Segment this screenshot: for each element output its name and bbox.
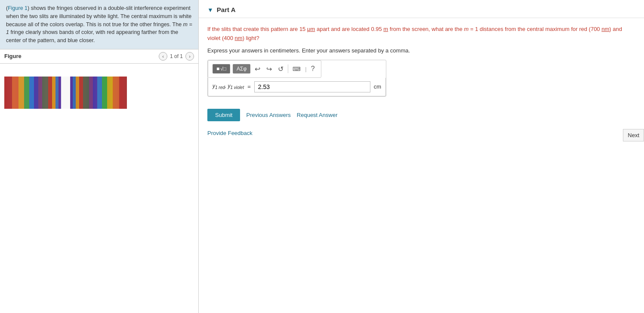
svg-rect-26 <box>102 77 107 109</box>
figure-nav: ‹ 1 of 1 › <box>159 52 194 61</box>
svg-rect-18 <box>70 77 73 109</box>
svg-rect-24 <box>93 77 97 109</box>
svg-rect-20 <box>76 77 79 109</box>
toolbar-sep: | <box>305 66 306 72</box>
svg-rect-21 <box>79 77 83 109</box>
greek-btn[interactable]: ΑΣφ <box>233 64 250 74</box>
previous-answers-link[interactable]: Previous Answers <box>246 112 290 118</box>
svg-rect-29 <box>119 77 127 109</box>
keyboard-btn[interactable]: ⌨ <box>291 65 302 73</box>
sqrt-label: √□ <box>220 66 226 72</box>
part-collapse-toggle[interactable]: ▼ <box>207 6 213 13</box>
svg-rect-7 <box>18 77 24 109</box>
description-box: (Figure 1) shows the fringes observed in… <box>0 0 198 49</box>
svg-rect-11 <box>38 77 42 109</box>
part-title: Part A <box>217 6 236 13</box>
svg-rect-27 <box>107 77 113 109</box>
svg-rect-8 <box>24 77 29 109</box>
request-answer-link[interactable]: Request Answer <box>297 112 338 118</box>
action-row: Submit Previous Answers Request Answer <box>207 109 635 121</box>
figure-prev-btn[interactable]: ‹ <box>159 52 167 61</box>
input-label: y1 red, y1 violet <box>213 83 244 90</box>
figure-page: 1 of 1 <box>170 53 183 59</box>
figure-section: Figure ‹ 1 of 1 › <box>0 49 198 313</box>
equals-sign: = <box>247 83 251 90</box>
right-panel: ▼ Part A If the slits that create this p… <box>199 0 644 313</box>
svg-rect-9 <box>29 77 34 109</box>
input-row: y1 red, y1 violet = cm <box>208 78 386 96</box>
svg-rect-6 <box>12 77 18 109</box>
instruction-text: Express your answers in centimeters. Ent… <box>207 47 635 54</box>
svg-rect-19 <box>73 77 76 109</box>
redo-btn[interactable]: ↪ <box>265 64 274 74</box>
description-text1: shows the fringes observed in a double-s… <box>6 5 191 28</box>
svg-rect-16 <box>59 77 61 109</box>
svg-rect-14 <box>52 77 55 109</box>
interference-image <box>4 77 127 109</box>
figure-header: Figure ‹ 1 of 1 › <box>0 49 198 64</box>
figure-content <box>0 64 198 313</box>
undo-btn[interactable]: ↩ <box>253 64 262 74</box>
figure-title: Figure <box>4 53 22 59</box>
part-body: If the slits that create this pattern ar… <box>199 18 644 147</box>
math-toolbar: ■ √□ ΑΣφ ↩ ↪ ↺ ⌨ | ? <box>208 60 321 78</box>
figure-link[interactable]: Figure 1 <box>8 5 28 11</box>
svg-rect-17 <box>61 77 70 109</box>
svg-rect-12 <box>42 77 48 109</box>
svg-rect-5 <box>4 77 12 109</box>
svg-rect-28 <box>113 77 119 109</box>
svg-rect-10 <box>34 77 38 109</box>
svg-rect-13 <box>48 77 52 109</box>
question-text: If the slits that create this pattern ar… <box>207 25 635 43</box>
description-text2: fringe clearly shows bands of color, wit… <box>6 29 178 43</box>
toolbar-answer-area: ■ √□ ΑΣφ ↩ ↪ ↺ ⌨ | ? y1 red, y1 violet =… <box>207 60 386 97</box>
sqrt-btn[interactable]: ■ √□ <box>213 64 230 74</box>
part-header: ▼ Part A <box>199 0 644 18</box>
help-btn[interactable]: ? <box>309 64 317 74</box>
svg-rect-22 <box>83 77 89 109</box>
sqrt-icon: ■ <box>216 66 219 72</box>
next-button[interactable]: Next <box>623 129 644 141</box>
unit-label: cm <box>374 83 381 90</box>
svg-rect-25 <box>97 77 102 109</box>
toolbar-divider <box>288 64 288 73</box>
figure-next-btn[interactable]: › <box>185 52 194 61</box>
submit-button[interactable]: Submit <box>207 109 240 121</box>
svg-rect-23 <box>89 77 93 109</box>
answer-input[interactable] <box>254 81 370 92</box>
reset-btn[interactable]: ↺ <box>276 64 285 74</box>
svg-rect-15 <box>55 77 59 109</box>
left-panel: (Figure 1) shows the fringes observed in… <box>0 0 199 313</box>
provide-feedback-link[interactable]: Provide Feedback <box>207 130 635 136</box>
